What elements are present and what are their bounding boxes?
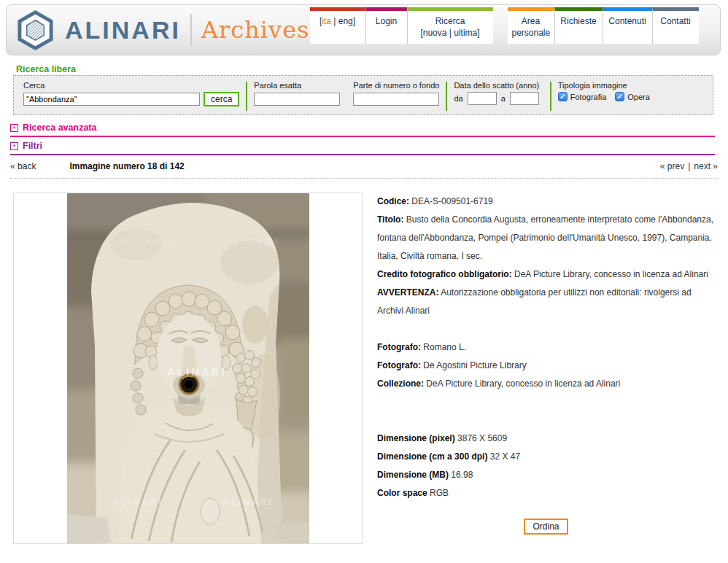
tab-richieste[interactable]: Richieste xyxy=(554,7,603,44)
field-label: Color space xyxy=(377,488,427,498)
field-label: Dimensione (MB) xyxy=(377,470,449,480)
field-value: 32 X 47 xyxy=(490,451,520,462)
tab-ricerca[interactable]: Ricerca [nuova | ultima] xyxy=(407,7,493,44)
tab-language[interactable]: [ita | eng] xyxy=(310,7,365,44)
search-group-parte: Parte di numero o fondo xyxy=(346,81,446,114)
filtri-label: Filtri xyxy=(23,141,42,151)
search-group-tipologia: Tipologia immagine ✓ Fotografia ✓ Opera xyxy=(551,81,665,114)
header-tabs: [ita | eng] Login Ricerca [nuova | ultim… xyxy=(310,5,699,55)
field-value: 3876 X 5609 xyxy=(457,433,507,443)
expand-plus-icon: + xyxy=(10,124,18,132)
field-label: Collezione: xyxy=(377,378,424,389)
prev-link[interactable]: prev xyxy=(667,161,684,171)
brand-divider xyxy=(190,14,192,46)
field-label: AVVERTENZA: xyxy=(377,287,438,298)
field-value: 16.98 xyxy=(451,470,473,480)
meta-fotografo-1: Fotografo: Romano L. xyxy=(377,338,715,357)
anno-da-input[interactable] xyxy=(468,92,497,105)
a-label: a xyxy=(501,94,506,103)
expand-plus-icon: + xyxy=(10,142,18,150)
search-group-cerca: Cerca cerca xyxy=(17,81,246,114)
meta-credito: Credito fotografico obbligatorio: DeA Pi… xyxy=(377,265,715,284)
metadata-panel: Codice: DEA-S-009501-6719 Titolo: Busto … xyxy=(377,193,715,535)
brand-subtitle: Archives xyxy=(201,16,310,44)
ricerca-avanzata-label: Ricerca avanzata xyxy=(23,123,96,133)
field-value: DEA-S-009501-6719 xyxy=(411,196,492,206)
tab-login-label: Login xyxy=(371,15,403,27)
parte-numero-input[interactable] xyxy=(353,93,439,106)
alinari-logo-icon xyxy=(15,10,55,50)
next-link[interactable]: next xyxy=(694,161,710,171)
meta-dimensione-pixel: Dimensione (pixel) 3876 X 5609 xyxy=(377,430,715,448)
field-label: Titolo: xyxy=(377,214,403,225)
field-label: Dimensione (pixel) xyxy=(377,433,455,443)
header: ALINARI Archives [ita | eng] Login Ricer… xyxy=(6,4,721,55)
watermark-text: ALINARI xyxy=(123,236,179,246)
search-group-parola: Parola esatta xyxy=(247,81,346,114)
watermark-text: ALINARI xyxy=(225,236,281,246)
tab-contenuti[interactable]: Contenuti xyxy=(603,7,652,44)
field-value: De Agostini Picture Library xyxy=(423,360,526,370)
cerca-button[interactable]: cerca xyxy=(204,92,239,106)
opera-label: Opera xyxy=(627,93,650,101)
field-value: DeA Picture Library, concesso in licenza… xyxy=(426,378,620,389)
preview-image[interactable]: ALINARI ALINARI ALINARI ALINARI ALINARI xyxy=(67,193,309,543)
anno-a-input[interactable] xyxy=(510,92,539,105)
checkbox-checked-icon: ✓ xyxy=(558,92,568,101)
back-link[interactable]: « back xyxy=(10,161,36,171)
tab-contatti[interactable]: Contatti xyxy=(652,7,699,44)
data-scatto-label: Data dello scatto (anno) xyxy=(454,81,543,90)
watermark-text: ALINARI xyxy=(112,497,163,508)
results-nav: « back Immagine numero 18 di 142 « prev|… xyxy=(10,161,718,179)
meta-collezione: Collezione: DeA Picture Library, concess… xyxy=(377,375,715,393)
tipologia-label: Tipologia immagine xyxy=(558,81,659,90)
field-label: Codice: xyxy=(377,196,409,206)
checkbox-checked-icon: ✓ xyxy=(615,92,624,101)
cerca-input[interactable] xyxy=(23,93,200,106)
detail-content: ALINARI ALINARI ALINARI ALINARI ALINARI … xyxy=(13,193,715,544)
cerca-label: Cerca xyxy=(23,81,239,90)
meta-colorspace: Color space RGB xyxy=(377,484,715,502)
meta-dimensione-mb: Dimensione (MB) 16.98 xyxy=(377,466,715,484)
image-frame: ALINARI ALINARI ALINARI ALINARI ALINARI xyxy=(13,193,363,544)
fotografia-label: Fotografia xyxy=(570,93,607,101)
next-arrows-icon: » xyxy=(713,161,718,171)
prev-arrows-icon: « xyxy=(660,161,665,171)
back-arrows-icon: « xyxy=(10,161,15,171)
field-label: Credito fotografico obbligatorio: xyxy=(377,269,512,279)
parte-numero-label: Parte di numero o fondo xyxy=(353,81,439,90)
brand-name: ALINARI xyxy=(65,16,181,44)
field-value: DeA Picture Library, concesso in licenza… xyxy=(514,269,708,279)
field-value: Romano L. xyxy=(423,342,466,352)
meta-titolo: Titolo: Busto della Concordia Augusta, e… xyxy=(377,211,715,265)
ricerca-avanzata-expander[interactable]: +Ricerca avanzata xyxy=(10,123,715,137)
ordina-button[interactable]: Ordina xyxy=(524,519,568,535)
parola-esatta-input[interactable] xyxy=(254,93,340,106)
checkbox-fotografia[interactable]: ✓ Fotografia xyxy=(558,92,607,101)
meta-codice: Codice: DEA-S-009501-6719 xyxy=(377,193,715,211)
meta-dimensione-cm: Dimensione (cm a 300 dpi) 32 X 47 xyxy=(377,448,715,466)
da-label: da xyxy=(454,94,462,103)
brand-home-link[interactable]: ALINARI Archives xyxy=(7,5,310,55)
meta-fotografo-2: Fotografo: De Agostini Picture Library xyxy=(377,357,715,375)
field-label: Dimensione (cm a 300 dpi) xyxy=(377,451,487,462)
tab-area-personale[interactable]: Area personale xyxy=(508,7,554,44)
watermark-text: ALINARI xyxy=(167,365,227,378)
field-value: Busto della Concordia Augusta, erroneame… xyxy=(377,214,713,261)
field-label: Fotografo: xyxy=(377,360,421,370)
field-value: RGB xyxy=(430,488,449,498)
tab-login[interactable]: Login xyxy=(365,7,407,44)
parola-esatta-label: Parola esatta xyxy=(254,81,340,90)
watermark-text: ALINARI xyxy=(222,497,274,508)
filtri-expander[interactable]: +Filtri xyxy=(10,141,715,155)
search-panel: Cerca cerca Parola esatta Parte di numer… xyxy=(13,75,713,115)
field-label: Fotografo: xyxy=(377,342,421,352)
search-section-title: Ricerca libera xyxy=(16,64,76,74)
search-group-data: Data dello scatto (anno) da a xyxy=(447,81,549,114)
image-counter: Immagine numero 18 di 142 xyxy=(69,161,184,171)
tab-language-label: [ita | eng] xyxy=(314,15,361,27)
meta-avvertenza: AVVERTENZA: Autorizzazione obbligatoria … xyxy=(377,284,715,320)
page: ALINARI Archives [ita | eng] Login Ricer… xyxy=(0,0,728,563)
prev-next-separator: | xyxy=(688,161,690,171)
checkbox-opera[interactable]: ✓ Opera xyxy=(615,92,650,101)
